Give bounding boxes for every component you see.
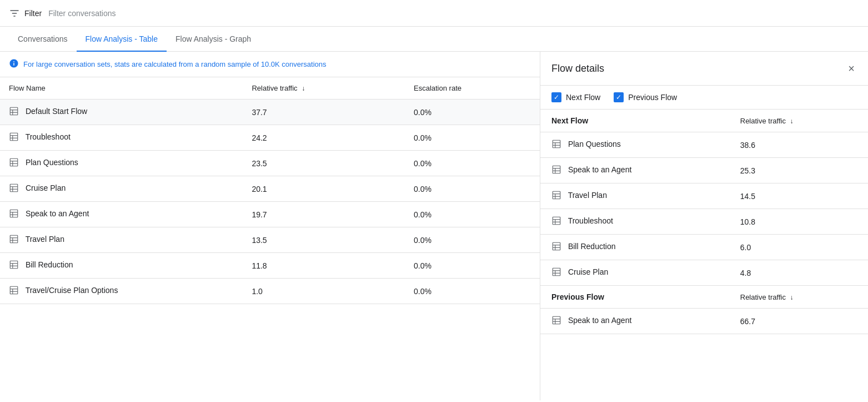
prev-flow-col-traffic[interactable]: Relative traffic ↓ [729, 286, 868, 309]
list-item[interactable]: Travel Plan 14.5 [540, 183, 868, 209]
flow-name-cell: Plan Questions [0, 151, 243, 176]
svg-rect-23 [10, 235, 18, 243]
checkbox-row: ✓ Next Flow ✓ Previous Flow [540, 86, 868, 110]
table-row[interactable]: Troubleshoot 24.2 0.0% [0, 125, 540, 151]
previous-flow-section: Previous Flow Relative traffic ↓ Speak t… [540, 286, 868, 334]
sort-arrow-prev-traffic: ↓ [790, 294, 794, 301]
list-item[interactable]: Speak to an Agent 25.3 [540, 158, 868, 183]
previous-flow-table: Previous Flow Relative traffic ↓ Speak t… [540, 286, 868, 334]
escalation-cell: 0.0% [405, 253, 540, 279]
next-flow-traffic-cell: 14.5 [729, 183, 868, 209]
table-row[interactable]: Bill Reduction 11.8 0.0% [0, 253, 540, 279]
flow-details-header: Flow details × [540, 52, 868, 86]
next-flow-name-cell: Travel Plan [540, 183, 729, 209]
list-item[interactable]: Bill Reduction 6.0 [540, 235, 868, 260]
svg-rect-59 [553, 316, 560, 324]
main-layout: For large conversation sets, stats are c… [0, 52, 868, 400]
table-row[interactable]: Plan Questions 23.5 0.0% [0, 151, 540, 176]
escalation-cell: 0.0% [405, 125, 540, 151]
table-row[interactable]: Travel/Cruise Plan Options 1.0 0.0% [0, 279, 540, 304]
left-panel: For large conversation sets, stats are c… [0, 52, 540, 400]
next-flow-traffic-cell: 38.6 [729, 132, 868, 158]
flow-name-cell: Travel Plan [0, 227, 243, 253]
svg-rect-35 [553, 140, 560, 148]
filter-bar: Filter Filter conversations [0, 0, 868, 27]
table-icon [551, 139, 561, 151]
svg-rect-51 [553, 242, 560, 250]
tab-conversations[interactable]: Conversations [9, 27, 77, 51]
checkbox-previous-flow-box: ✓ [614, 92, 624, 102]
svg-rect-31 [10, 286, 18, 294]
flow-name-cell: Travel/Cruise Plan Options [0, 279, 243, 304]
next-flow-col-traffic[interactable]: Relative traffic ↓ [729, 110, 868, 132]
traffic-cell: 24.2 [243, 125, 405, 151]
svg-rect-39 [553, 166, 560, 173]
svg-rect-11 [10, 158, 18, 166]
info-banner: For large conversation sets, stats are c… [0, 52, 540, 77]
table-icon [9, 285, 19, 297]
list-item[interactable]: Speak to an Agent 66.7 [540, 309, 868, 334]
checkbox-next-flow-label: Next Flow [566, 93, 600, 102]
checkbox-next-flow-box: ✓ [551, 92, 561, 102]
escalation-cell: 0.0% [405, 176, 540, 202]
prev-flow-col-name: Previous Flow [540, 286, 729, 309]
table-icon [551, 267, 561, 279]
next-flow-traffic-cell: 6.0 [729, 235, 868, 260]
table-icon [551, 315, 561, 327]
flow-details-title: Flow details [551, 63, 604, 75]
filter-label: Filter [24, 9, 42, 18]
next-flow-traffic-cell: 25.3 [729, 158, 868, 183]
svg-rect-55 [553, 268, 560, 276]
flow-analysis-table: Flow Name Relative traffic ↓ Escalation … [0, 77, 540, 304]
tabs-bar: Conversations Flow Analysis - Table Flow… [0, 27, 868, 52]
table-row[interactable]: Speak to an Agent 19.7 0.0% [0, 202, 540, 227]
table-row[interactable]: Travel Plan 13.5 0.0% [0, 227, 540, 253]
escalation-cell: 0.0% [405, 151, 540, 176]
table-row[interactable]: Cruise Plan 20.1 0.0% [0, 176, 540, 202]
svg-rect-15 [10, 184, 18, 192]
col-header-relative-traffic[interactable]: Relative traffic ↓ [243, 77, 405, 100]
traffic-cell: 1.0 [243, 279, 405, 304]
right-panel: Flow details × ✓ Next Flow ✓ Previous Fl… [540, 52, 868, 400]
svg-rect-27 [10, 261, 18, 269]
prev-flow-traffic-cell: 66.7 [729, 309, 868, 334]
table-icon [551, 190, 561, 202]
col-header-flow-name: Flow Name [0, 77, 243, 100]
list-item[interactable]: Plan Questions 38.6 [540, 132, 868, 158]
tab-flow-analysis-table[interactable]: Flow Analysis - Table [77, 27, 167, 51]
close-button[interactable]: × [846, 61, 857, 76]
info-banner-text: For large conversation sets, stats are c… [23, 60, 327, 68]
list-item[interactable]: Cruise Plan 4.8 [540, 260, 868, 286]
table-row[interactable]: Default Start Flow 37.7 0.0% [0, 100, 540, 125]
checkbox-previous-flow[interactable]: ✓ Previous Flow [614, 92, 677, 102]
traffic-cell: 20.1 [243, 176, 405, 202]
escalation-cell: 0.0% [405, 279, 540, 304]
info-icon [9, 58, 19, 70]
flow-name-cell: Bill Reduction [0, 253, 243, 279]
tab-flow-analysis-graph[interactable]: Flow Analysis - Graph [167, 27, 260, 51]
list-item[interactable]: Troubleshoot 10.8 [540, 209, 868, 235]
table-icon [9, 234, 19, 246]
traffic-cell: 19.7 [243, 202, 405, 227]
next-flow-name-cell: Troubleshoot [540, 209, 729, 235]
traffic-cell: 11.8 [243, 253, 405, 279]
table-icon [9, 260, 19, 271]
escalation-cell: 0.0% [405, 202, 540, 227]
table-icon [9, 209, 19, 220]
prev-flow-name-cell: Speak to an Agent [540, 309, 729, 334]
table-icon [551, 165, 561, 176]
escalation-cell: 0.0% [405, 227, 540, 253]
escalation-cell: 0.0% [405, 100, 540, 125]
table-icon [551, 241, 561, 253]
filter-icon [9, 8, 20, 19]
next-flow-name-cell: Plan Questions [540, 132, 729, 158]
traffic-cell: 13.5 [243, 227, 405, 253]
flow-name-cell: Speak to an Agent [0, 202, 243, 227]
checkbox-next-flow[interactable]: ✓ Next Flow [551, 92, 600, 102]
flow-name-cell: Default Start Flow [0, 100, 243, 125]
table-icon [9, 183, 19, 195]
svg-rect-43 [553, 191, 560, 199]
next-flow-col-name: Next Flow [540, 110, 729, 132]
flow-name-cell: Troubleshoot [0, 125, 243, 151]
svg-rect-19 [10, 210, 18, 217]
